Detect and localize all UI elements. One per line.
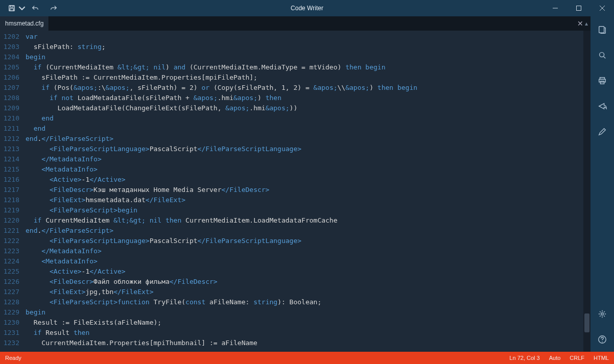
tabbar: hmsmetad.cfg ✕ ▴ bbox=[0, 16, 591, 31]
svg-rect-2 bbox=[10, 9, 14, 11]
svg-rect-7 bbox=[599, 79, 606, 82]
save-dropdown[interactable] bbox=[18, 0, 26, 16]
svg-point-5 bbox=[600, 53, 604, 57]
search-icon[interactable] bbox=[591, 48, 614, 62]
new-file-icon[interactable] bbox=[591, 22, 614, 37]
line-gutter: 1202 1203 1204 1205 1206 1207 1208 1209 … bbox=[0, 31, 22, 352]
print-icon[interactable] bbox=[591, 74, 614, 88]
status-encoding[interactable]: Auto bbox=[549, 355, 561, 361]
statusbar: Ready Ln 72, Col 3 Auto CRLF HTML bbox=[0, 352, 614, 364]
status-ready: Ready bbox=[5, 355, 21, 361]
editor-area: hmsmetad.cfg ✕ ▴ 1202 1203 1204 1205 120… bbox=[0, 16, 591, 352]
redo-button[interactable] bbox=[45, 0, 62, 16]
close-button[interactable] bbox=[591, 0, 614, 16]
share-icon[interactable] bbox=[591, 99, 614, 113]
edit-icon[interactable] bbox=[591, 125, 614, 139]
titlebar: Code Writer bbox=[0, 0, 614, 16]
status-language[interactable]: HTML bbox=[594, 355, 609, 361]
status-lineend[interactable]: CRLF bbox=[570, 355, 584, 361]
svg-point-9 bbox=[601, 313, 604, 316]
scrollbar-thumb[interactable] bbox=[584, 313, 589, 333]
code-viewport[interactable]: 1202 1203 1204 1205 1206 1207 1208 1209 … bbox=[0, 31, 591, 352]
svg-rect-1 bbox=[10, 6, 13, 8]
right-rail bbox=[591, 16, 614, 352]
tab-scroll-up[interactable]: ▴ bbox=[582, 16, 591, 31]
svg-rect-4 bbox=[599, 27, 604, 33]
maximize-button[interactable] bbox=[567, 0, 591, 16]
tab-filename: hmsmetad.cfg bbox=[5, 20, 43, 27]
app-title: Code Writer bbox=[291, 5, 323, 12]
svg-rect-3 bbox=[577, 6, 581, 11]
undo-button[interactable] bbox=[27, 0, 44, 16]
settings-icon[interactable] bbox=[591, 307, 614, 321]
svg-rect-8 bbox=[600, 81, 604, 84]
help-icon[interactable] bbox=[591, 332, 614, 347]
save-button[interactable] bbox=[3, 0, 20, 16]
code-content[interactable]: var sFilePath: string; begin if (Current… bbox=[22, 31, 591, 352]
tab-close-icon[interactable]: ✕ bbox=[577, 19, 583, 28]
minimize-button[interactable] bbox=[544, 0, 567, 16]
scrollbar-vertical[interactable] bbox=[583, 31, 591, 352]
status-position: Ln 72, Col 3 bbox=[509, 355, 539, 361]
file-tab[interactable]: hmsmetad.cfg ✕ bbox=[0, 16, 49, 31]
